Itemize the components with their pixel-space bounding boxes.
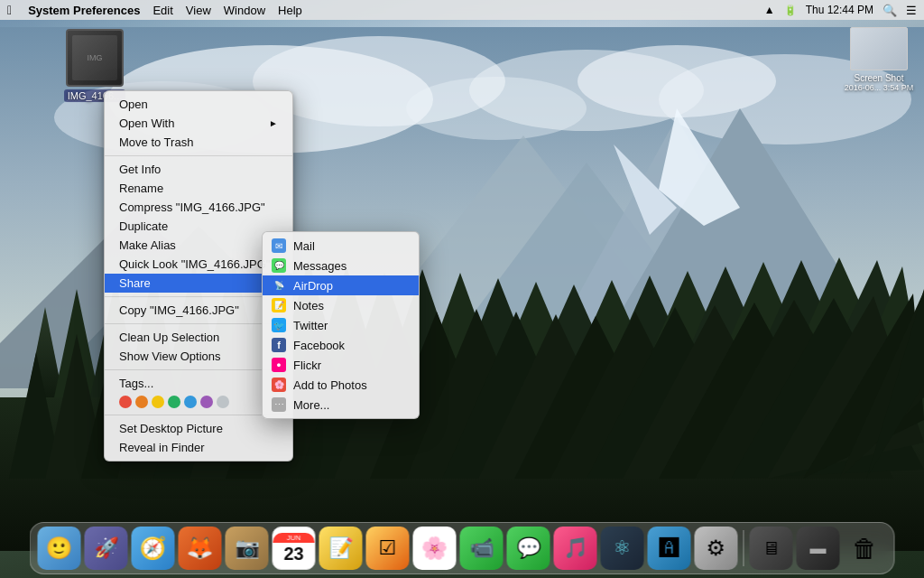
dock-calendar[interactable]: JUN 23 (273, 527, 316, 570)
svg-marker-63 (803, 294, 924, 479)
dock-facetime[interactable]: 📹 (460, 527, 504, 570)
tag-gray[interactable] (217, 396, 229, 408)
ctx-separator-1 (105, 155, 292, 156)
svg-marker-17 (27, 307, 63, 397)
menubar-right: ▲ 🔋 Thu 12:44 PM 🔍 ☰ (764, 4, 917, 17)
sub-add-photos-label: Add to Photos (293, 378, 367, 392)
svg-marker-62 (767, 296, 924, 479)
apple-logo[interactable]:  (7, 3, 12, 17)
dock-notes[interactable]: 📝 (319, 527, 363, 570)
dock-separator (744, 530, 744, 566)
dock: 🙂 🚀 🧭 🦊 📷 JUN 23 📝 ☑ (30, 522, 895, 574)
menubar:  System Preferences Edit View Window He… (0, 0, 924, 20)
sub-more[interactable]: ⋯ More... (263, 395, 419, 415)
ctx-rename[interactable]: Rename (105, 179, 292, 198)
sub-facebook[interactable]: f Facebook (263, 335, 419, 355)
dock-screen2[interactable]: ▬ (797, 527, 840, 570)
messages-icon: 💬 (272, 258, 286, 273)
desktop:  System Preferences Edit View Window He… (0, 0, 924, 578)
ctx-open[interactable]: Open (105, 95, 292, 114)
svg-marker-60 (695, 300, 893, 479)
svg-marker-56 (550, 312, 720, 479)
dock-sysprefs[interactable]: ⚙ (695, 527, 738, 570)
dock-itunes[interactable]: 🎵 (554, 527, 597, 570)
dock-atom[interactable]: ⚛ (601, 527, 644, 570)
svg-marker-61 (731, 298, 924, 479)
sub-mail-label: Mail (293, 239, 315, 253)
dock-firefox[interactable]: 🦊 (179, 527, 222, 570)
more-icon: ⋯ (272, 397, 286, 412)
screenshot-desktop-icon[interactable]: Screen Shot 2016-06... 3:54 PM (843, 27, 915, 92)
tag-yellow[interactable] (152, 396, 164, 408)
dock-screen1[interactable]: 🖥 (750, 527, 793, 570)
sub-messages[interactable]: 💬 Messages (263, 256, 419, 275)
svg-marker-42 (45, 334, 108, 479)
ctx-reveal[interactable]: Reveal in Finder (105, 438, 292, 457)
flickr-icon: ● (272, 358, 286, 372)
search-icon[interactable]: 🔍 (882, 4, 897, 17)
wifi-icon[interactable]: ▲ (764, 4, 775, 16)
menu-app-name[interactable]: System Preferences (28, 4, 140, 17)
sub-airdrop[interactable]: 📡 AirDrop (263, 275, 419, 295)
sub-more-label: More... (293, 398, 329, 412)
sub-messages-label: Messages (293, 259, 346, 273)
svg-marker-52 (406, 309, 547, 479)
dock-launchpad[interactable]: 🚀 (85, 527, 128, 570)
airdrop-icon: 📡 (272, 278, 286, 293)
ctx-move-to-trash[interactable]: Move to Trash (105, 133, 292, 152)
svg-marker-55 (514, 316, 677, 479)
mail-icon: ✉ (272, 238, 286, 253)
sub-twitter-label: Twitter (293, 319, 328, 332)
dock-reminders[interactable]: ☑ (366, 527, 410, 570)
svg-marker-57 (587, 307, 763, 479)
ctx-open-with[interactable]: Open With ► (105, 114, 292, 133)
dock-trash[interactable]: 🗑 (844, 527, 887, 570)
menu-edit[interactable]: Edit (152, 4, 172, 17)
sub-flickr[interactable]: ● Flickr (263, 355, 419, 375)
menu-help[interactable]: Help (278, 4, 302, 17)
share-submenu: ✉ Mail 💬 Messages 📡 AirDrop 📝 Notes 🐦 Tw… (262, 231, 420, 419)
facebook-icon: f (272, 338, 286, 352)
menubar-left:  System Preferences Edit View Window He… (7, 3, 302, 17)
sub-notes-label: Notes (293, 299, 324, 312)
dock-safari[interactable]: 🧭 (132, 527, 175, 570)
tag-green[interactable] (168, 396, 180, 408)
ctx-get-info[interactable]: Get Info (105, 160, 292, 179)
file-thumbnail: IMG (66, 29, 124, 87)
sub-notes[interactable]: 📝 Notes (263, 295, 419, 315)
svg-marker-41 (9, 352, 63, 479)
ctx-set-desktop[interactable]: Set Desktop Picture (105, 419, 292, 438)
tag-red[interactable] (119, 396, 132, 408)
ctx-compress[interactable]: Compress "IMG_4166.JPG" (105, 198, 292, 217)
sub-airdrop-label: AirDrop (293, 279, 333, 293)
sub-flickr-label: Flickr (293, 359, 321, 372)
menu-window[interactable]: Window (224, 4, 265, 17)
dock-appstore[interactable]: 🅰 (648, 527, 691, 570)
clock: Thu 12:44 PM (806, 4, 873, 16)
svg-marker-64 (839, 291, 924, 479)
tag-purple[interactable] (200, 396, 213, 408)
twitter-icon: 🐦 (272, 318, 286, 332)
svg-marker-54 (478, 314, 633, 479)
sub-add-photos[interactable]: 🌸 Add to Photos (263, 375, 419, 395)
battery-icon[interactable]: 🔋 (784, 5, 797, 16)
dock-finder[interactable]: 🙂 (38, 527, 81, 570)
notes-icon: 📝 (272, 298, 286, 312)
list-icon[interactable]: ☰ (906, 4, 917, 17)
tag-blue[interactable] (184, 396, 197, 408)
svg-marker-59 (659, 303, 850, 479)
menu-view[interactable]: View (186, 4, 211, 17)
tag-orange[interactable] (135, 396, 148, 408)
sub-twitter[interactable]: 🐦 Twitter (263, 315, 419, 335)
dock-photos-app[interactable]: 📷 (226, 527, 269, 570)
dock-messages[interactable]: 💬 (507, 527, 550, 570)
screenshot-label: Screen Shot 2016-06... 3:54 PM (845, 73, 914, 92)
sub-facebook-label: Facebook (293, 339, 345, 352)
sub-mail[interactable]: ✉ Mail (263, 236, 419, 256)
dock-photos[interactable]: 🌸 (413, 527, 457, 570)
screenshot-thumbnail (850, 27, 908, 70)
svg-marker-53 (442, 312, 590, 479)
add-photos-icon: 🌸 (272, 378, 286, 392)
svg-marker-58 (623, 305, 807, 479)
